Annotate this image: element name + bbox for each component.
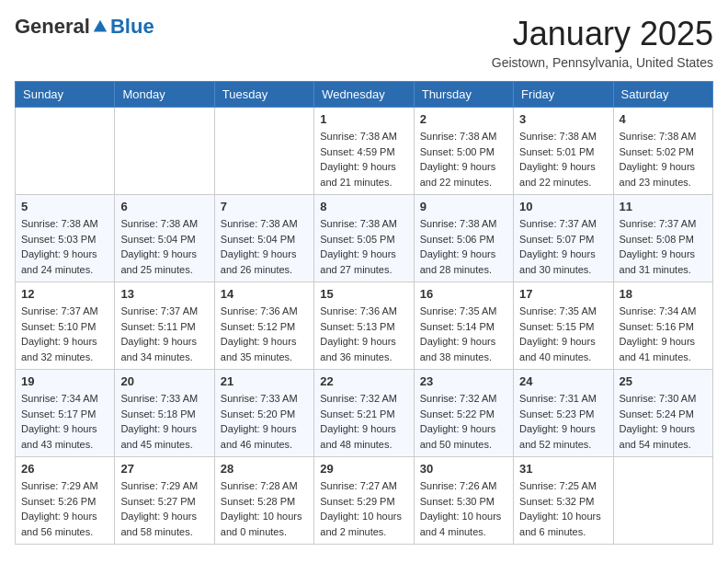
calendar-table: SundayMondayTuesdayWednesdayThursdayFrid… xyxy=(15,81,713,545)
day-info: Sunrise: 7:38 AM Sunset: 5:02 PM Dayligh… xyxy=(620,129,707,190)
day-info: Sunrise: 7:37 AM Sunset: 5:11 PM Dayligh… xyxy=(120,304,208,364)
day-info: Sunrise: 7:33 AM Sunset: 5:20 PM Dayligh… xyxy=(221,391,308,452)
logo-icon xyxy=(92,18,108,35)
calendar-cell xyxy=(16,108,115,195)
day-info: Sunrise: 7:35 AM Sunset: 5:15 PM Dayligh… xyxy=(519,304,607,364)
calendar-week-row: 26Sunrise: 7:29 AM Sunset: 5:26 PM Dayli… xyxy=(16,457,713,545)
day-number: 13 xyxy=(120,287,208,301)
day-number: 19 xyxy=(21,374,108,388)
calendar-cell: 20Sunrise: 7:33 AM Sunset: 5:18 PM Dayli… xyxy=(115,370,214,457)
calendar-cell: 21Sunrise: 7:33 AM Sunset: 5:20 PM Dayli… xyxy=(214,370,313,457)
calendar-cell xyxy=(613,457,712,545)
day-number: 31 xyxy=(519,462,607,476)
day-info: Sunrise: 7:29 AM Sunset: 5:26 PM Dayligh… xyxy=(21,478,108,539)
day-info: Sunrise: 7:34 AM Sunset: 5:17 PM Dayligh… xyxy=(21,391,108,452)
calendar-cell: 27Sunrise: 7:29 AM Sunset: 5:27 PM Dayli… xyxy=(115,457,214,545)
day-number: 22 xyxy=(320,374,407,388)
calendar-cell: 18Sunrise: 7:34 AM Sunset: 5:16 PM Dayli… xyxy=(613,282,712,370)
location-title: Geistown, Pennsylvania, United States xyxy=(492,55,713,70)
day-info: Sunrise: 7:32 AM Sunset: 5:22 PM Dayligh… xyxy=(420,391,507,452)
day-number: 26 xyxy=(21,462,108,476)
calendar-cell: 1Sunrise: 7:38 AM Sunset: 4:59 PM Daylig… xyxy=(314,108,414,195)
day-info: Sunrise: 7:29 AM Sunset: 5:27 PM Dayligh… xyxy=(120,478,208,539)
calendar-cell: 2Sunrise: 7:38 AM Sunset: 5:00 PM Daylig… xyxy=(414,108,513,195)
day-info: Sunrise: 7:38 AM Sunset: 5:05 PM Dayligh… xyxy=(320,216,407,277)
day-info: Sunrise: 7:36 AM Sunset: 5:13 PM Dayligh… xyxy=(320,304,407,364)
calendar-cell: 24Sunrise: 7:31 AM Sunset: 5:23 PM Dayli… xyxy=(514,370,613,457)
calendar-cell: 29Sunrise: 7:27 AM Sunset: 5:29 PM Dayli… xyxy=(314,457,414,545)
day-number: 15 xyxy=(320,287,407,301)
day-number: 28 xyxy=(221,462,308,476)
day-info: Sunrise: 7:32 AM Sunset: 5:21 PM Dayligh… xyxy=(320,391,407,452)
day-info: Sunrise: 7:33 AM Sunset: 5:18 PM Dayligh… xyxy=(120,391,208,452)
day-info: Sunrise: 7:36 AM Sunset: 5:12 PM Dayligh… xyxy=(221,304,308,364)
weekday-header-saturday: Saturday xyxy=(613,82,712,108)
calendar-cell: 15Sunrise: 7:36 AM Sunset: 5:13 PM Dayli… xyxy=(314,282,414,370)
day-number: 27 xyxy=(120,462,208,476)
weekday-header-sunday: Sunday xyxy=(16,82,115,108)
day-number: 30 xyxy=(420,462,507,476)
weekday-header-monday: Monday xyxy=(115,82,214,108)
day-info: Sunrise: 7:31 AM Sunset: 5:23 PM Dayligh… xyxy=(519,391,607,452)
day-number: 14 xyxy=(221,287,308,301)
svg-marker-0 xyxy=(94,20,107,32)
day-number: 4 xyxy=(620,112,707,126)
calendar-cell: 17Sunrise: 7:35 AM Sunset: 5:15 PM Dayli… xyxy=(514,282,613,370)
day-number: 7 xyxy=(221,200,308,213)
day-info: Sunrise: 7:30 AM Sunset: 5:24 PM Dayligh… xyxy=(620,391,707,452)
day-number: 5 xyxy=(21,200,108,213)
day-info: Sunrise: 7:34 AM Sunset: 5:16 PM Dayligh… xyxy=(620,304,707,364)
day-info: Sunrise: 7:38 AM Sunset: 5:04 PM Dayligh… xyxy=(221,216,308,277)
calendar-cell xyxy=(115,108,214,195)
logo-general: General xyxy=(15,15,90,39)
calendar-cell: 16Sunrise: 7:35 AM Sunset: 5:14 PM Dayli… xyxy=(414,282,513,370)
day-info: Sunrise: 7:25 AM Sunset: 5:32 PM Dayligh… xyxy=(519,478,607,539)
day-number: 10 xyxy=(519,200,607,213)
day-number: 2 xyxy=(420,112,507,126)
calendar-cell: 22Sunrise: 7:32 AM Sunset: 5:21 PM Dayli… xyxy=(314,370,414,457)
calendar-cell: 11Sunrise: 7:37 AM Sunset: 5:08 PM Dayli… xyxy=(613,195,712,282)
calendar-cell: 5Sunrise: 7:38 AM Sunset: 5:03 PM Daylig… xyxy=(16,195,115,282)
day-number: 21 xyxy=(221,374,308,388)
calendar-cell: 10Sunrise: 7:37 AM Sunset: 5:07 PM Dayli… xyxy=(514,195,613,282)
weekday-header-row: SundayMondayTuesdayWednesdayThursdayFrid… xyxy=(16,82,713,108)
calendar-cell: 12Sunrise: 7:37 AM Sunset: 5:10 PM Dayli… xyxy=(16,282,115,370)
day-number: 29 xyxy=(320,462,407,476)
day-number: 23 xyxy=(420,374,507,388)
title-block: January 2025 Geistown, Pennsylvania, Uni… xyxy=(492,15,713,70)
calendar-cell: 13Sunrise: 7:37 AM Sunset: 5:11 PM Dayli… xyxy=(115,282,214,370)
day-number: 3 xyxy=(519,112,607,126)
calendar-cell xyxy=(214,108,313,195)
day-number: 8 xyxy=(320,200,407,213)
day-number: 16 xyxy=(420,287,507,301)
day-info: Sunrise: 7:37 AM Sunset: 5:10 PM Dayligh… xyxy=(21,304,108,364)
day-number: 24 xyxy=(519,374,607,388)
calendar-cell: 4Sunrise: 7:38 AM Sunset: 5:02 PM Daylig… xyxy=(613,108,712,195)
day-info: Sunrise: 7:38 AM Sunset: 5:01 PM Dayligh… xyxy=(519,129,607,190)
weekday-header-friday: Friday xyxy=(514,82,613,108)
day-number: 17 xyxy=(519,287,607,301)
logo-blue-text: Blue xyxy=(110,15,154,39)
calendar-week-row: 5Sunrise: 7:38 AM Sunset: 5:03 PM Daylig… xyxy=(16,195,713,282)
calendar-cell: 25Sunrise: 7:30 AM Sunset: 5:24 PM Dayli… xyxy=(613,370,712,457)
day-number: 20 xyxy=(120,374,208,388)
calendar-week-row: 1Sunrise: 7:38 AM Sunset: 4:59 PM Daylig… xyxy=(16,108,713,195)
day-info: Sunrise: 7:27 AM Sunset: 5:29 PM Dayligh… xyxy=(320,478,407,539)
calendar-cell: 28Sunrise: 7:28 AM Sunset: 5:28 PM Dayli… xyxy=(214,457,313,545)
day-info: Sunrise: 7:38 AM Sunset: 5:06 PM Dayligh… xyxy=(420,216,507,277)
calendar-week-row: 12Sunrise: 7:37 AM Sunset: 5:10 PM Dayli… xyxy=(16,282,713,370)
day-info: Sunrise: 7:35 AM Sunset: 5:14 PM Dayligh… xyxy=(420,304,507,364)
day-info: Sunrise: 7:38 AM Sunset: 5:04 PM Dayligh… xyxy=(120,216,208,277)
day-number: 6 xyxy=(120,200,208,213)
day-info: Sunrise: 7:38 AM Sunset: 5:00 PM Dayligh… xyxy=(420,129,507,190)
day-info: Sunrise: 7:38 AM Sunset: 5:03 PM Dayligh… xyxy=(21,216,108,277)
weekday-header-wednesday: Wednesday xyxy=(314,82,414,108)
calendar-cell: 8Sunrise: 7:38 AM Sunset: 5:05 PM Daylig… xyxy=(314,195,414,282)
logo-text: General Blue xyxy=(15,15,154,39)
day-number: 9 xyxy=(420,200,507,213)
calendar-cell: 31Sunrise: 7:25 AM Sunset: 5:32 PM Dayli… xyxy=(514,457,613,545)
page-header: General Blue January 2025 Geistown, Penn… xyxy=(15,15,713,70)
calendar-cell: 30Sunrise: 7:26 AM Sunset: 5:30 PM Dayli… xyxy=(414,457,513,545)
calendar-cell: 9Sunrise: 7:38 AM Sunset: 5:06 PM Daylig… xyxy=(414,195,513,282)
weekday-header-tuesday: Tuesday xyxy=(214,82,313,108)
